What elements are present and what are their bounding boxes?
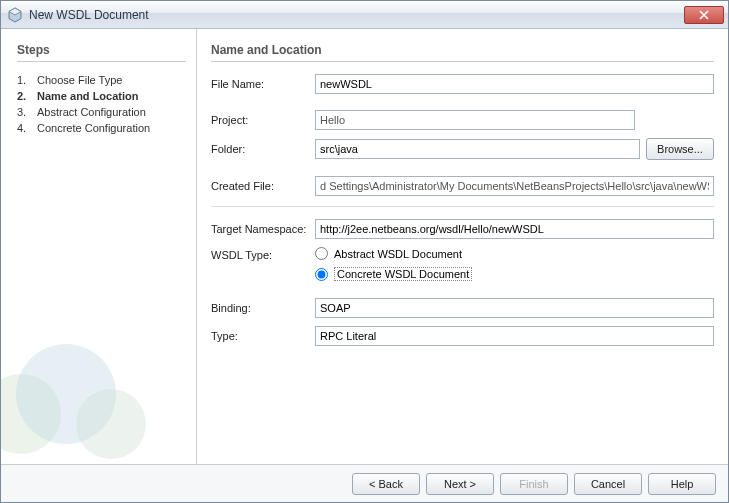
step-item: 1.Choose File Type bbox=[17, 72, 186, 88]
row-folder: Folder: Browse... bbox=[211, 138, 714, 160]
divider bbox=[17, 61, 186, 62]
label-target-namespace: Target Namespace: bbox=[211, 223, 315, 235]
cancel-button[interactable]: Cancel bbox=[574, 473, 642, 495]
folder-input[interactable] bbox=[315, 139, 640, 159]
app-icon bbox=[7, 7, 23, 23]
divider bbox=[211, 206, 714, 207]
target-namespace-input[interactable] bbox=[315, 219, 714, 239]
row-binding: Binding: SOAP bbox=[211, 298, 714, 318]
radio-concrete[interactable]: Concrete WSDL Document bbox=[315, 267, 472, 281]
label-project: Project: bbox=[211, 114, 315, 126]
content-area: Steps 1.Choose File Type 2.Name and Loca… bbox=[1, 29, 728, 464]
label-type: Type: bbox=[211, 330, 315, 342]
divider bbox=[211, 61, 714, 62]
label-binding: Binding: bbox=[211, 302, 315, 314]
panel-heading: Name and Location bbox=[211, 43, 714, 57]
back-button[interactable]: < Back bbox=[352, 473, 420, 495]
radio-abstract[interactable]: Abstract WSDL Document bbox=[315, 247, 472, 260]
label-wsdl-type: WSDL Type: bbox=[211, 247, 315, 261]
radio-abstract-input[interactable] bbox=[315, 247, 328, 260]
next-button[interactable]: Next > bbox=[426, 473, 494, 495]
titlebar: New WSDL Document bbox=[1, 1, 728, 29]
help-button[interactable]: Help bbox=[648, 473, 716, 495]
main-panel: Name and Location File Name: Project: Fo… bbox=[197, 29, 728, 464]
row-project: Project: bbox=[211, 110, 714, 130]
step-item: 3.Abstract Configuration bbox=[17, 104, 186, 120]
label-created-file: Created File: bbox=[211, 180, 315, 192]
row-target-namespace: Target Namespace: bbox=[211, 219, 714, 239]
wizard-footer: < Back Next > Finish Cancel Help bbox=[1, 464, 728, 502]
step-item: 4.Concrete Configuration bbox=[17, 120, 186, 136]
step-item-current: 2.Name and Location bbox=[17, 88, 186, 104]
file-name-input[interactable] bbox=[315, 74, 714, 94]
label-folder: Folder: bbox=[211, 143, 315, 155]
radio-abstract-label: Abstract WSDL Document bbox=[334, 248, 462, 260]
steps-heading: Steps bbox=[17, 43, 186, 57]
window-title: New WSDL Document bbox=[29, 8, 684, 22]
row-created-file: Created File: bbox=[211, 176, 714, 196]
wsdl-type-group: Abstract WSDL Document Concrete WSDL Doc… bbox=[315, 247, 472, 284]
finish-button[interactable]: Finish bbox=[500, 473, 568, 495]
radio-concrete-input[interactable] bbox=[315, 268, 328, 281]
close-button[interactable] bbox=[684, 6, 724, 24]
binding-select[interactable]: SOAP bbox=[315, 298, 714, 318]
row-type: Type: RPC Literal bbox=[211, 326, 714, 346]
project-field bbox=[315, 110, 635, 130]
label-file-name: File Name: bbox=[211, 78, 315, 90]
row-file-name: File Name: bbox=[211, 74, 714, 94]
radio-concrete-label: Concrete WSDL Document bbox=[334, 267, 472, 281]
browse-button[interactable]: Browse... bbox=[646, 138, 714, 160]
wizard-steps-sidebar: Steps 1.Choose File Type 2.Name and Loca… bbox=[1, 29, 197, 464]
close-icon bbox=[699, 10, 709, 20]
created-file-field bbox=[315, 176, 714, 196]
steps-list: 1.Choose File Type 2.Name and Location 3… bbox=[17, 72, 186, 136]
type-select[interactable]: RPC Literal bbox=[315, 326, 714, 346]
row-wsdl-type: WSDL Type: Abstract WSDL Document Concre… bbox=[211, 247, 714, 284]
